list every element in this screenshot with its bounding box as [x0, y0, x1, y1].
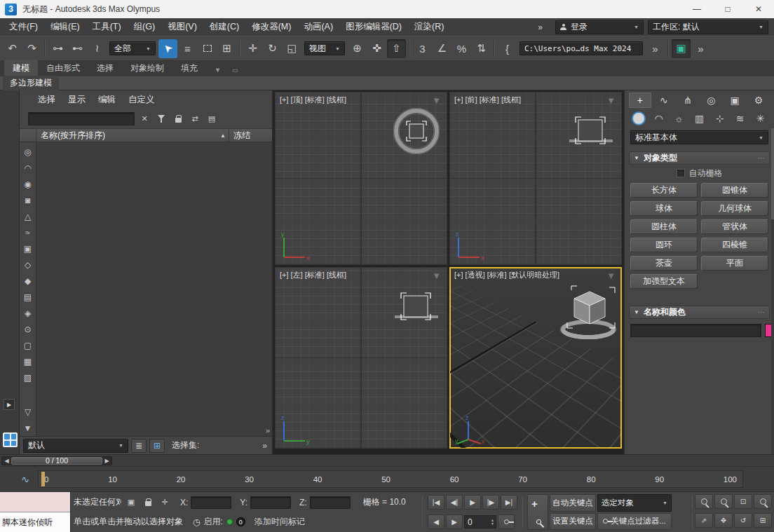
filter-on-icon[interactable]: ▼ [21, 420, 35, 436]
enabled-led-icon[interactable] [226, 519, 233, 525]
mini-curve-editor-icon[interactable]: ∿ [17, 472, 34, 486]
project-folder-field[interactable]: C:\Users\po…ds Max 2024 [520, 41, 643, 55]
key-mode-toggle-icon[interactable] [498, 514, 515, 529]
absolute-mode-icon[interactable]: ✛ [158, 496, 172, 510]
viewport-perspective[interactable]: [+] [透视] [标准] [默认明暗处理] ▼ z y [449, 267, 622, 449]
named-selection-sets-icon[interactable]: { [498, 39, 517, 58]
play-icon[interactable]: ▶ [464, 495, 481, 510]
geosphere-button[interactable]: 几何球体 [701, 201, 768, 216]
previous-frame-icon[interactable]: ◀ [2, 456, 11, 465]
spacewarps-category-icon[interactable]: ≋ [731, 111, 749, 126]
scrollbar-thumb[interactable] [771, 128, 774, 219]
menu-group[interactable]: 组(G) [128, 18, 162, 36]
bind-to-space-warp-icon[interactable]: ≀ [88, 39, 107, 58]
explorer-options-icon[interactable]: ▤ [205, 111, 219, 125]
menu-edit[interactable]: 编辑(E) [44, 18, 86, 36]
command-panel-scrollbar[interactable] [771, 128, 774, 454]
filter-hidden-icon[interactable]: ▦ [21, 353, 35, 369]
filter-helpers-icon[interactable]: △ [21, 208, 35, 224]
track-bar-ruler[interactable]: 0 10 20 30 40 50 60 70 80 90 100 [38, 470, 743, 488]
current-frame-marker[interactable] [41, 472, 45, 486]
explorer-layers-icon[interactable]: ≣ [131, 439, 147, 453]
explorer-dock-icon[interactable]: ⊞ [149, 439, 165, 453]
ribbon-tab-selection[interactable]: 选择 [88, 60, 122, 76]
cameras-category-icon[interactable]: ▥ [690, 111, 709, 126]
expand-toolbar-button[interactable]: ▶ [4, 399, 15, 410]
maximize-button[interactable]: □ [712, 0, 743, 18]
filter-containers-icon[interactable]: ▤ [21, 289, 35, 305]
object-type-rollout-header[interactable]: ▼ 对象类型 ⋯ [629, 151, 770, 165]
select-and-link-icon[interactable]: ⊶ [48, 39, 67, 58]
icon-column-header[interactable] [20, 129, 36, 142]
go-to-end-icon[interactable]: ▶| [501, 495, 517, 510]
viewport-layout-tabs-icon[interactable] [3, 432, 18, 447]
ribbon-tab-populate[interactable]: 填充 [172, 60, 206, 76]
toolbar-extra-icon[interactable]: ▣ [672, 39, 691, 58]
toolbar-overflow-icon[interactable]: » [646, 39, 665, 58]
zoom-icon[interactable] [695, 494, 713, 509]
sign-in-dropdown[interactable]: 登录 ▼ [555, 20, 644, 34]
sync-selection-icon[interactable]: ⇄ [188, 111, 202, 125]
key-target-dropdown[interactable]: 选定对象 ▼ [597, 494, 672, 512]
time-slider-track[interactable]: ◀ 0 / 100 ▶ [1, 456, 112, 465]
z-coordinate-field[interactable] [310, 496, 351, 509]
filter-bones-icon[interactable]: ◆ [21, 273, 35, 289]
walk-through-icon[interactable]: ⇗ [695, 513, 713, 528]
zoom-all-icon[interactable] [714, 494, 733, 509]
motion-tab-icon[interactable]: ◎ [700, 93, 722, 108]
list-overflow-icon[interactable]: » [266, 426, 270, 435]
filter-visibility-icon[interactable]: ⊙ [21, 321, 35, 337]
viewport-perspective-label[interactable]: [+] [透视] [标准] [默认明暗处理] [454, 270, 559, 280]
box-button[interactable]: 长方体 [630, 183, 698, 198]
systems-category-icon[interactable]: ✳ [751, 111, 770, 126]
lights-category-icon[interactable]: ☼ [670, 111, 688, 126]
menu-animation[interactable]: 动画(A) [297, 18, 339, 36]
listener-script-row[interactable]: 脚本迷你侦听 [0, 512, 70, 532]
spinner-snap-icon[interactable]: ⇅ [472, 39, 491, 58]
cone-button[interactable]: 圆锥体 [701, 183, 768, 198]
explorer-menu-display[interactable]: 显示 [68, 94, 86, 106]
filter-geometry-icon[interactable]: ◎ [21, 144, 35, 160]
next-frame-icon[interactable]: ▶ [102, 456, 111, 465]
filter-groups-icon[interactable]: ▣ [21, 240, 35, 257]
viewcube-icon[interactable]: ▼ [606, 95, 616, 106]
hierarchy-tab-icon[interactable]: ⋔ [677, 93, 699, 108]
menu-file[interactable]: 文件(F) [3, 18, 44, 36]
use-pivot-point-center-icon[interactable]: ⊕ [348, 39, 367, 58]
listener-macro-row[interactable] [0, 492, 70, 512]
step-forward-icon[interactable]: ▶ [446, 514, 463, 529]
spinner-down-icon[interactable]: ▼ [491, 522, 494, 526]
previous-frame-icon[interactable]: ◀| [446, 495, 463, 510]
menu-modifiers[interactable]: 修改器(M) [245, 18, 297, 36]
filter-shapes-icon[interactable]: ◠ [21, 160, 35, 176]
viewport-left-label[interactable]: [+] [左] [标准] [线框] [280, 270, 346, 280]
plane-button[interactable]: 平面 [701, 256, 768, 271]
unlink-selection-icon[interactable]: ⊷ [68, 39, 87, 58]
select-by-name-icon[interactable]: ≡ [178, 39, 197, 58]
teapot-button[interactable]: 茶壶 [630, 256, 698, 271]
name-column-header[interactable]: 名称(按升序排序) ▲ [36, 129, 229, 142]
select-and-move-icon[interactable]: ✛ [243, 39, 262, 58]
select-and-rotate-icon[interactable]: ↻ [263, 39, 282, 58]
lock-explorer-icon[interactable] [171, 111, 185, 125]
ribbon-tab-object-paint[interactable]: 对象绘制 [122, 60, 172, 76]
x-coordinate-field[interactable] [191, 496, 231, 509]
freeze-column-header[interactable]: 冻结 [229, 129, 272, 142]
keyboard-shortcut-override-icon[interactable]: ⇧ [387, 39, 406, 58]
pyramid-button[interactable]: 四棱锥 [701, 238, 768, 252]
menu-tools[interactable]: 工具(T) [86, 18, 128, 36]
ribbon-tab-modeling[interactable]: 建模 [4, 60, 38, 76]
explorer-menu-select[interactable]: 选择 [38, 94, 55, 106]
close-button[interactable]: ✕ [743, 0, 774, 18]
menu-views[interactable]: 视图(V) [161, 18, 203, 36]
shapes-category-icon[interactable]: ◠ [649, 111, 668, 126]
redo-icon[interactable]: ↷ [22, 39, 41, 58]
undo-icon[interactable]: ↶ [3, 39, 22, 58]
viewcube-icon[interactable]: ▼ [606, 271, 616, 281]
filter-spacewarps-icon[interactable]: ≈ [21, 224, 35, 240]
angle-snap-icon[interactable]: ∠ [433, 39, 452, 58]
display-tab-icon[interactable]: ▣ [724, 93, 746, 108]
pan-icon[interactable]: ✥ [714, 513, 733, 528]
viewcube-icon[interactable]: ▼ [432, 271, 441, 281]
step-back-icon[interactable]: ◀ [428, 514, 444, 529]
